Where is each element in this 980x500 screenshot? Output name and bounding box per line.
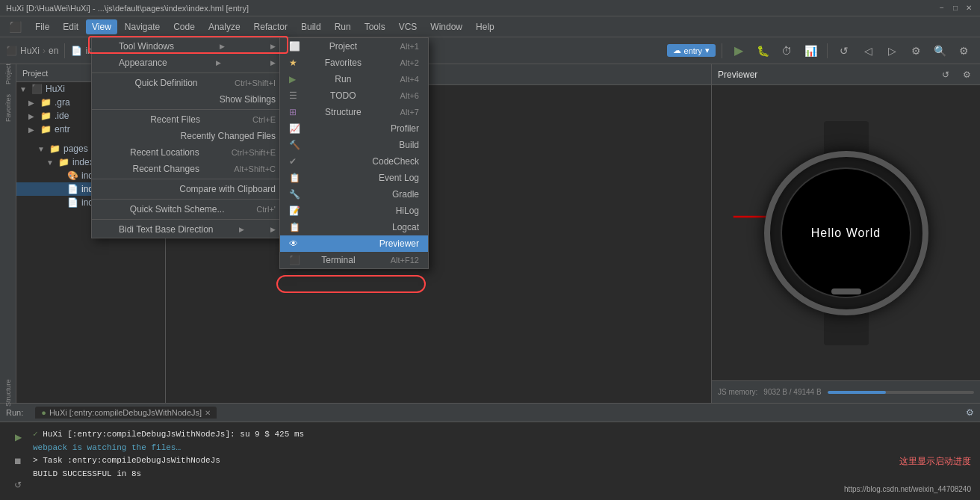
menu-recent-files[interactable]: Recent Files Ctrl+E [92,111,285,128]
run-tab-close[interactable]: ✕ [205,409,211,417]
profile-button[interactable]: 📊 [800,40,821,61]
submenu-favorites[interactable]: ★ Favorites Alt+2 [280,55,428,71]
quick-def-label: Quick Definition [134,78,197,88]
submenu-run[interactable]: ▶ Run Alt+4 [280,71,428,87]
watch-outer: Hello World [764,151,928,315]
submenu-logcat[interactable]: 📋 Logcat [280,219,428,235]
menu-analyze[interactable]: Analyze [202,19,246,34]
menu-refactor[interactable]: Refactor [248,19,294,34]
menu-help[interactable]: Help [470,19,500,34]
view-sep4 [92,199,285,200]
submenu-codecheck[interactable]: ✔ CodeCheck [280,153,428,170]
breadcrumb: ⬛ HuXi › en [6,46,58,56]
breadcrumb-sep: › [43,46,46,56]
submenu-todo[interactable]: ☰ TODO Alt+6 [280,87,428,104]
menu-bidi[interactable]: Bidi Text Base Direction ▶ [92,221,285,238]
structure-label: Structure [325,107,362,117]
structure-icon: ⊞ [289,107,301,117]
menu-tools[interactable]: Tools [359,19,391,34]
preview-refresh[interactable]: ↺ [938,67,953,82]
sidebar-icon-structure[interactable]: Structure [1,386,15,400]
run-tab[interactable]: ● HuXi [:entry:compileDebugJsWithNodeJs]… [35,407,217,419]
preview-settings[interactable]: ⚙ [959,67,974,82]
menu-recent-changes[interactable]: Recent Changes Alt+Shift+C [92,161,285,177]
run-button[interactable]: ▶ [728,40,749,61]
menu-window[interactable]: Window [424,19,468,34]
term-line-2: > Task :entry:compileDebugJsWithNodeJs [33,454,878,468]
menu-compare-clipboard[interactable]: Compare with Clipboard [92,181,285,197]
maximize-button[interactable]: □ [950,3,961,13]
menu-view[interactable]: View [86,19,117,34]
submenu-project[interactable]: ⬜ Project Alt+1 [280,38,428,55]
submenu-gradle[interactable]: 🔧 Gradle [280,186,428,203]
appearance-arrow: ▶ [216,59,221,67]
submenu-profiler[interactable]: 📈 Profiler [280,120,428,137]
settings-button[interactable]: ⚙ [953,40,974,61]
menu-navigate[interactable]: Navigate [119,19,166,34]
menu-recent-locations[interactable]: Recent Locations Ctrl+Shift+E [92,144,285,161]
menu-appearance[interactable]: Appearance ▶ [92,55,285,71]
submenu-hilog[interactable]: 📝 HiLog [280,203,428,219]
favorites-shortcut: Alt+2 [400,58,419,67]
sidebar-icon-2[interactable]: Favorites [1,102,15,115]
submenu-build[interactable]: 🔨 Build [280,137,428,153]
watch-screen: Hello World [781,167,911,298]
close-button[interactable]: ✕ [964,3,974,13]
back-button[interactable]: ◁ [858,40,878,61]
run-stop-btn[interactable]: ⏹ [9,452,27,470]
quick-switch-shortcut: Ctrl+' [256,205,276,214]
menu-app-icon[interactable]: ⬛ [3,19,28,35]
quick-switch-label: Quick Switch Scheme... [130,204,225,214]
run-play-btn[interactable]: ▶ [9,428,27,446]
submenu-eventlog[interactable]: 📋 Event Log [280,170,428,186]
menu-vcs[interactable]: VCS [393,19,424,34]
menu-quick-switch[interactable]: Quick Switch Scheme... Ctrl+' [92,201,285,217]
build-button[interactable]: ⚙ [905,40,926,61]
search-button[interactable]: 🔍 [929,40,950,61]
todo-icon: ☰ [289,90,301,101]
minimize-button[interactable]: − [937,3,947,13]
debug-button[interactable]: 🐛 [752,40,773,61]
menu-edit[interactable]: Edit [57,19,84,34]
left-sidebar: Project Favorites Structure [0,64,16,403]
quick-def-shortcut: Ctrl+Shift+I [235,78,276,87]
toolbar-sep2 [722,43,722,58]
menu-tool-windows[interactable]: Tool Windows ▶ [92,38,285,55]
run-rerun-btn[interactable]: ↺ [9,476,27,494]
term-line-success: ✓ HuXi [:entry:compileDebugJsWithNodeJs]… [33,428,878,442]
preview-panel: Previewer ↺ ⚙ [711,64,980,403]
run-settings-btn[interactable]: ⚙ [966,407,974,418]
run-label2: Run [335,74,351,84]
menu-show-siblings[interactable]: Show Siblings [92,91,285,108]
watch-crown-bottom [924,268,928,280]
entry-cloud-icon: ☁ [673,46,681,55]
coverage-button[interactable]: ⏱ [776,40,797,61]
entry-badge[interactable]: ☁ entry ▾ [667,44,716,57]
entry-label: entry [684,46,702,55]
title-bar-controls: − □ ✕ [937,3,974,13]
menu-run[interactable]: Run [329,19,357,34]
project-panel-title: Project [22,69,48,78]
menu-recently-changed[interactable]: Recently Changed Files [92,128,285,144]
submenu-terminal[interactable]: ⬛ Terminal Alt+F12 [280,252,428,268]
preview-header: Previewer ↺ ⚙ [712,64,980,85]
view-sep2 [92,109,285,110]
memory-value: 9032 B / 49144 B [763,388,821,396]
bidi-label: Bidi Text Base Direction [119,224,214,235]
memory-label: JS memory: [718,388,757,396]
menu-build[interactable]: Build [295,19,327,34]
toolbar-sep1 [64,43,65,58]
menu-code[interactable]: Code [167,19,201,34]
sidebar-icon-1[interactable]: Project [1,67,15,81]
reload-button[interactable]: ↺ [834,40,855,61]
watch-display: Hello World [764,151,928,315]
menu-quick-definition[interactable]: Quick Definition Ctrl+Shift+I [92,75,285,91]
submenu-previewer[interactable]: 👁 Previewer [280,235,428,252]
watch-button-bar[interactable] [831,288,861,294]
view-sep5 [92,219,285,220]
submenu-structure[interactable]: ⊞ Structure Alt+7 [280,104,428,120]
term-line-1: webpack is watching the files… [33,442,878,455]
menu-file[interactable]: File [29,19,55,34]
forward-button[interactable]: ▷ [881,40,902,61]
run-icon: ● [41,408,46,417]
